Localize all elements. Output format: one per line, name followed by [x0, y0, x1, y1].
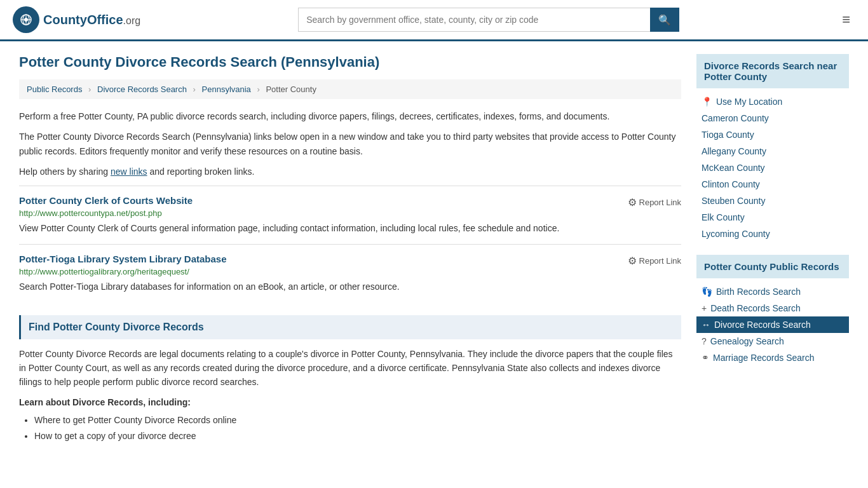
resource-url-2[interactable]: http://www.pottertiogalibrary.org/herita… [19, 267, 681, 276]
breadcrumb-current: Potter County [266, 85, 316, 94]
resource-item-1: Potter County Clerk of Courts Website ⚙ … [19, 186, 681, 244]
learn-heading: Learn about Divorce Records, including: [19, 397, 681, 407]
search-area: 🔍 [298, 8, 679, 32]
find-section-heading: Find Potter County Divorce Records [19, 315, 681, 339]
public-records-icon-3: ? [702, 336, 707, 346]
public-records-icon-0: 👣 [702, 287, 712, 297]
description-3: Help others by sharing new links and rep… [19, 165, 681, 179]
breadcrumb-sep-2: › [193, 85, 196, 94]
breadcrumb-sep-1: › [88, 85, 91, 94]
public-records-label-1: Death Records Search [710, 303, 801, 313]
use-location-label: Use My Location [716, 97, 782, 107]
new-links-link[interactable]: new links [111, 166, 147, 177]
nearby-county-link-4[interactable]: Clinton County [696, 176, 849, 193]
description-1: Perform a free Potter County, PA public … [19, 109, 681, 123]
public-records-icon-2: ↔ [702, 320, 710, 330]
nearby-county-link-0[interactable]: Cameron County [696, 110, 849, 126]
breadcrumb: Public Records › Divorce Records Search … [19, 79, 681, 99]
page-container: Potter County Divorce Records Search (Pe… [0, 41, 868, 457]
nearby-counties: Cameron CountyTioga CountyAllegany Count… [696, 110, 849, 242]
public-records-link-0[interactable]: 👣Birth Records Search [696, 283, 849, 300]
public-records-label-4: Marriage Records Search [713, 353, 815, 363]
nearby-section: Divorce Records Search near Potter Count… [696, 54, 849, 242]
use-location-link[interactable]: 📍 Use My Location [696, 93, 849, 110]
sidebar: Divorce Records Search near Potter Count… [696, 54, 849, 444]
bullet-item-2: How to get a copy of your divorce decree [34, 428, 681, 444]
public-records-icon-1: + [702, 303, 707, 313]
page-title: Potter County Divorce Records Search (Pe… [19, 54, 681, 71]
report-icon-1: ⚙ [628, 196, 637, 208]
nearby-county-link-3[interactable]: McKean County [696, 159, 849, 176]
public-records-link-4[interactable]: ⚭Marriage Records Search [696, 349, 849, 366]
menu-button[interactable]: ≡ [837, 9, 855, 30]
desc3-post: and reporting broken links. [147, 166, 255, 177]
public-records-link-3[interactable]: ?Genealogy Search [696, 333, 849, 349]
resource-item-2: Potter-Tioga Library System Library Data… [19, 244, 681, 302]
public-records-icon-4: ⚭ [702, 353, 709, 363]
bullet-list: Where to get Potter County Divorce Recor… [19, 412, 681, 444]
public-records-link-2[interactable]: ↔Divorce Records Search [696, 316, 849, 333]
nearby-county-link-1[interactable]: Tioga County [696, 126, 849, 143]
resource-header-2: Potter-Tioga Library System Library Data… [19, 254, 681, 267]
report-label-2: Report Link [639, 256, 681, 266]
nearby-county-link-6[interactable]: Elk County [696, 209, 849, 226]
resource-title-2[interactable]: Potter-Tioga Library System Library Data… [19, 254, 227, 264]
header: CountyOffice.org 🔍 ≡ [0, 0, 868, 41]
location-icon: 📍 [702, 97, 712, 107]
logo-icon [13, 6, 39, 33]
main-content: Potter County Divorce Records Search (Pe… [19, 54, 681, 444]
public-records-label-2: Divorce Records Search [714, 320, 811, 330]
desc3-pre: Help others by sharing [19, 166, 111, 177]
logo-area: CountyOffice.org [13, 6, 140, 33]
breadcrumb-link-pa[interactable]: Pennsylvania [202, 85, 251, 94]
report-link-2[interactable]: ⚙ Report Link [628, 255, 681, 267]
public-records-section: Potter County Public Records 👣Birth Reco… [696, 255, 849, 366]
nearby-title-text: Divorce Records Search near Potter Count… [704, 60, 837, 82]
breadcrumb-sep-3: › [257, 85, 259, 94]
resource-url-1[interactable]: http://www.pottercountypa.net/post.php [19, 208, 681, 218]
resource-title-1[interactable]: Potter County Clerk of Courts Website [19, 195, 193, 206]
resource-desc-1: View Potter County Clerk of Courts gener… [19, 222, 681, 235]
breadcrumb-link-divorce[interactable]: Divorce Records Search [97, 85, 187, 94]
nearby-section-title: Divorce Records Search near Potter Count… [696, 54, 849, 88]
breadcrumb-link-public-records[interactable]: Public Records [27, 85, 82, 94]
public-records-title-text: Potter County Public Records [704, 261, 839, 272]
report-icon-2: ⚙ [628, 255, 637, 267]
resource-header-1: Potter County Clerk of Courts Website ⚙ … [19, 195, 681, 208]
report-link-1[interactable]: ⚙ Report Link [628, 196, 681, 208]
description-2: The Potter County Divorce Records Search… [19, 130, 681, 158]
search-input[interactable] [298, 8, 650, 32]
bullet-item-1: Where to get Potter County Divorce Recor… [34, 412, 681, 428]
public-records-label-3: Genealogy Search [710, 336, 784, 346]
nearby-county-link-2[interactable]: Allegany County [696, 143, 849, 159]
info-text: Potter County Divorce Records are legal … [19, 347, 681, 390]
public-records-link-1[interactable]: +Death Records Search [696, 300, 849, 316]
nearby-county-link-5[interactable]: Steuben County [696, 193, 849, 209]
search-button[interactable]: 🔍 [650, 8, 679, 32]
nearby-county-link-7[interactable]: Lycoming County [696, 226, 849, 242]
public-records-links: 👣Birth Records Search+Death Records Sear… [696, 283, 849, 366]
resource-desc-2: Search Potter-Tioga Library databases fo… [19, 280, 681, 294]
public-records-title: Potter County Public Records [696, 255, 849, 278]
public-records-label-0: Birth Records Search [716, 287, 801, 297]
logo-text: CountyOffice.org [43, 13, 140, 27]
report-label-1: Report Link [639, 198, 681, 207]
